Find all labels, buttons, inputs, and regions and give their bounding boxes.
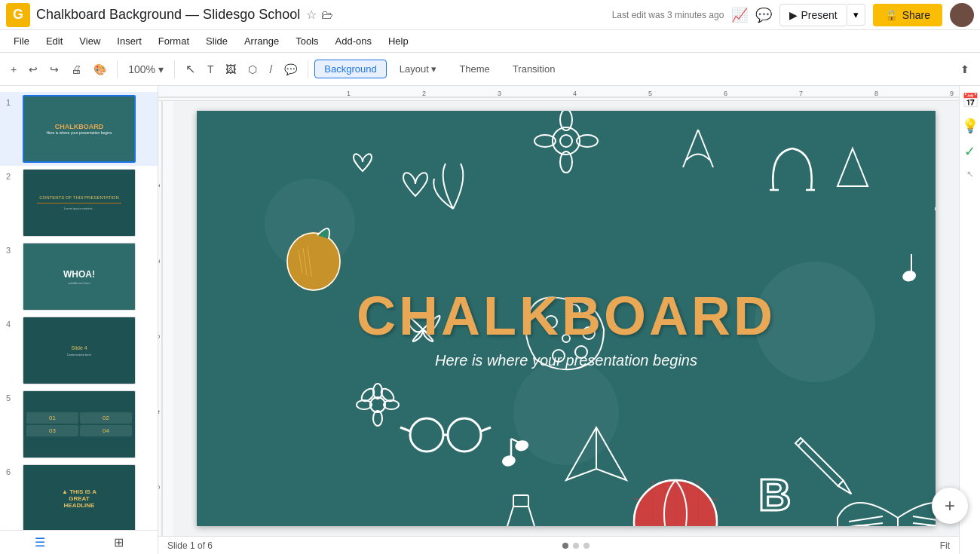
star-icon[interactable]: ☆ [306, 8, 317, 22]
app-icon: G [6, 3, 30, 27]
right-sidebar: 📅 💡 ✓ ↖ [959, 86, 980, 554]
add-slide-fab[interactable]: + [932, 488, 968, 524]
page-dot-3[interactable] [583, 543, 590, 549]
slide-main-subtitle[interactable]: Here is where your presentation begins [435, 352, 697, 369]
svg-text:4: 4 [573, 90, 577, 97]
svg-text:5: 5 [648, 90, 652, 97]
slide-item-2[interactable]: 2 CONTENTS OF THIS PRESENTATION Lorem ip… [0, 166, 158, 240]
slide-thumb-4[interactable]: Slide 4 Content area here [23, 317, 136, 384]
page-dot-2[interactable] [573, 543, 579, 549]
present-button[interactable]: ▶ Present [779, 4, 847, 26]
comments-button[interactable]: 💬 [755, 7, 772, 23]
svg-point-55 [360, 387, 377, 404]
slide-item-1[interactable]: 1 CHALKBOARD Here is where your presenta… [0, 92, 158, 166]
svg-point-20 [513, 360, 619, 465]
thumb-5-content: 01 02 03 04 [23, 391, 135, 458]
svg-point-18 [265, 179, 355, 269]
lightbulb-icon[interactable]: 💡 [962, 118, 978, 134]
svg-text:1: 1 [158, 184, 161, 188]
slide-item-4[interactable]: 4 Slide 4 Content area here [0, 314, 158, 387]
main-slide[interactable]: B [197, 111, 936, 526]
ruler-vertical: 1 2 3 4 5 [158, 101, 173, 536]
menu-help[interactable]: Help [381, 32, 416, 50]
right-actions: Last edit was 3 minutes ago 📈 💬 ▶ Presen… [600, 3, 974, 27]
slide-thumb-1[interactable]: CHALKBOARD Here is where your presentati… [23, 95, 136, 163]
check-icon[interactable]: ✓ [964, 143, 975, 160]
menu-format[interactable]: Format [151, 32, 197, 50]
slide-thumb-6[interactable]: ▲ THIS IS A GREAT HEADLINE [23, 464, 136, 532]
menu-addons[interactable]: Add-ons [328, 32, 379, 50]
slide-thumb-3[interactable]: WHOA! subtitle text here [23, 243, 136, 311]
background-button[interactable]: Background [314, 60, 386, 78]
menu-slide[interactable]: Slide [198, 32, 235, 50]
select-tool[interactable]: ↖ [181, 59, 200, 79]
svg-point-21 [553, 127, 580, 155]
menu-tools[interactable]: Tools [288, 32, 326, 50]
menu-edit[interactable]: Edit [38, 32, 70, 50]
svg-point-50 [370, 397, 385, 412]
thumb-6-content: ▲ THIS IS A GREAT HEADLINE [23, 465, 135, 531]
line-tool[interactable]: / [265, 60, 277, 78]
avatar[interactable] [950, 3, 974, 27]
svg-text:1: 1 [347, 90, 351, 97]
paint-format-button[interactable]: 🎨 [89, 60, 111, 78]
add-button[interactable]: + [6, 60, 21, 78]
thumb-1-subtitle: Here is where your presentation begins [47, 130, 112, 135]
thumb-4-content: Slide 4 Content area here [23, 317, 135, 384]
separator-3 [308, 60, 308, 78]
comment-tool[interactable]: 💬 [280, 60, 302, 78]
collapse-panels-button[interactable]: ⬆ [956, 60, 974, 78]
svg-point-51 [373, 384, 382, 399]
svg-line-86 [849, 516, 883, 522]
svg-line-61 [481, 427, 491, 431]
zoom-button[interactable]: 100% ▾ [124, 60, 168, 78]
svg-point-65 [515, 439, 529, 451]
thumb-2-content: CONTENTS OF THIS PRESENTATION Lorem ipsu… [23, 170, 135, 236]
shape-tool[interactable]: ⬡ [243, 60, 262, 78]
present-dropdown-button[interactable]: ▾ [847, 4, 865, 26]
svg-line-87 [849, 523, 883, 526]
lock-icon: 🔒 [885, 9, 898, 21]
slide-item-3[interactable]: 3 WHOA! subtitle text here [0, 240, 158, 314]
menu-arrange[interactable]: Arrange [237, 32, 286, 50]
print-button[interactable]: 🖨 [66, 60, 86, 78]
folder-icon[interactable]: 🗁 [321, 8, 333, 22]
svg-rect-0 [158, 86, 959, 101]
slide-thumb-2[interactable]: CONTENTS OF THIS PRESENTATION Lorem ipsu… [23, 169, 136, 237]
menu-file[interactable]: File [6, 32, 37, 50]
svg-marker-66 [566, 427, 626, 480]
undo-button[interactable]: ↩ [24, 60, 42, 78]
canvas-container[interactable]: B [173, 101, 959, 536]
analytics-button[interactable]: 📈 [731, 7, 748, 23]
svg-text:8: 8 [874, 90, 878, 97]
svg-text:6: 6 [724, 90, 727, 97]
filmstrip-view-button[interactable]: ☰ [35, 535, 45, 549]
page-dot-1[interactable] [562, 543, 568, 549]
slide-main-title[interactable]: CHALKBOARD [357, 284, 776, 346]
transition-button[interactable]: Transition [503, 60, 565, 78]
menu-view[interactable]: View [72, 32, 108, 50]
share-button[interactable]: 🔒 Share [873, 4, 942, 26]
menu-insert[interactable]: Insert [109, 32, 149, 50]
slide-number-2: 2 [6, 169, 18, 181]
page-indicator [562, 543, 590, 549]
grid-view-button[interactable]: ⊞ [114, 535, 124, 549]
calendar-icon[interactable]: 📅 [962, 92, 978, 109]
slide-item-6[interactable]: 6 ▲ THIS IS A GREAT HEADLINE [0, 461, 158, 535]
slide-thumb-5[interactable]: 01 02 03 04 [23, 390, 136, 458]
theme-button[interactable]: Theme [449, 60, 499, 78]
svg-point-58 [448, 418, 481, 451]
doc-title: Chalkboard Background — Slidesgo School [36, 7, 300, 23]
layout-button[interactable]: Layout ▾ [390, 60, 447, 78]
toolbar: + ↩ ↪ 🖨 🎨 100% ▾ ↖ T 🖼 ⬡ / 💬 Background … [0, 53, 980, 86]
redo-button[interactable]: ↪ [45, 60, 63, 78]
svg-point-62 [502, 455, 516, 467]
svg-point-53 [357, 400, 372, 409]
text-tool[interactable]: T [203, 60, 219, 78]
thumb-1-content: CHALKBOARD Here is where your presentati… [24, 96, 134, 161]
svg-text:3: 3 [158, 335, 161, 338]
image-tool[interactable]: 🖼 [221, 60, 240, 78]
slide-item-5[interactable]: 5 01 02 03 04 [0, 387, 158, 461]
thumb-2-text: CONTENTS OF THIS PRESENTATION [26, 194, 132, 201]
svg-point-39 [287, 233, 340, 290]
